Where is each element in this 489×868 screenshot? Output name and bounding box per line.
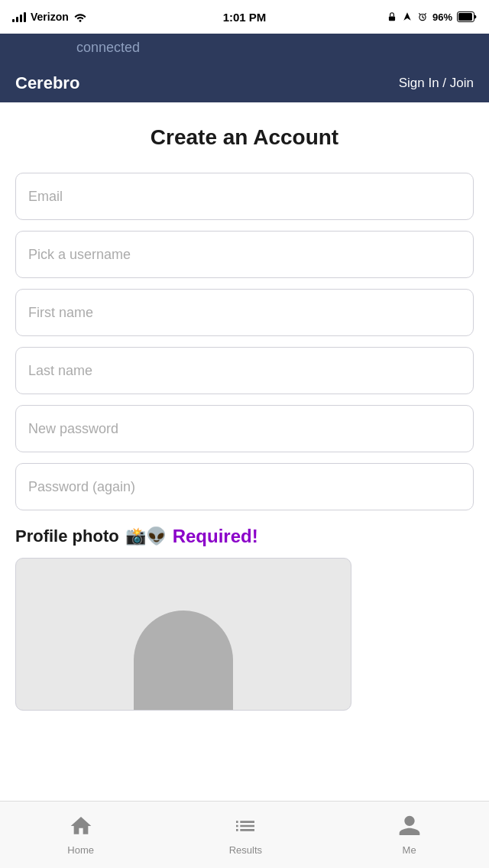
profile-photo-section: Profile photo 📸👽 Required! [15,526,474,711]
me-icon [397,814,422,841]
signin-link[interactable]: Sign In / Join [399,76,474,91]
results-icon [233,814,257,841]
firstname-input[interactable] [15,289,474,336]
nav-item-home[interactable]: Home [67,814,94,856]
profile-photo-text: Profile photo [15,526,119,546]
username-group [15,231,474,278]
profile-photo-box[interactable] [15,558,351,711]
home-icon [69,814,93,841]
profile-photo-label: Profile photo 📸👽 Required! [15,526,474,547]
nav-item-results[interactable]: Results [229,814,262,856]
carrier-label: Verizon [31,11,69,23]
lastname-input[interactable] [15,347,474,394]
svg-rect-3 [458,13,472,21]
required-label: Required! [173,526,258,547]
battery-icon [457,11,477,22]
nav-label-me: Me [403,844,416,856]
signal-icon [12,11,26,22]
main-content: Create an Account Profile photo 📸👽 Requi… [0,102,489,726]
page-title: Create an Account [15,125,474,150]
wifi-icon [73,11,87,22]
bottom-nav: Home Results Me [0,801,489,868]
password-group [15,405,474,452]
header-bottom: Cerebro Sign In / Join [15,73,474,93]
username-input[interactable] [15,231,474,278]
password-input[interactable] [15,405,474,452]
header-bar: connected Cerebro Sign In / Join [0,34,489,102]
connected-status: connected [15,40,474,56]
firstname-group [15,289,474,336]
status-bar: Verizon 1:01 PM 96% [0,0,489,34]
nav-label-results: Results [229,844,262,856]
profile-photo-emoji: 📸👽 [125,526,167,546]
status-right: 96% [387,11,477,23]
password2-group [15,463,474,510]
lastname-group [15,347,474,394]
password2-input[interactable] [15,463,474,510]
email-input[interactable] [15,173,474,220]
app-name: Cerebro [15,73,79,93]
battery-percent: 96% [432,11,452,23]
nav-label-home: Home [67,844,94,856]
location-icon [402,11,413,22]
lock-icon [387,11,397,22]
status-left: Verizon [12,11,87,23]
alarm-icon [417,11,428,22]
svg-rect-0 [389,16,395,21]
nav-item-me[interactable]: Me [397,814,422,856]
status-time: 1:01 PM [223,11,267,24]
email-group [15,173,474,220]
avatar-placeholder [134,611,233,710]
